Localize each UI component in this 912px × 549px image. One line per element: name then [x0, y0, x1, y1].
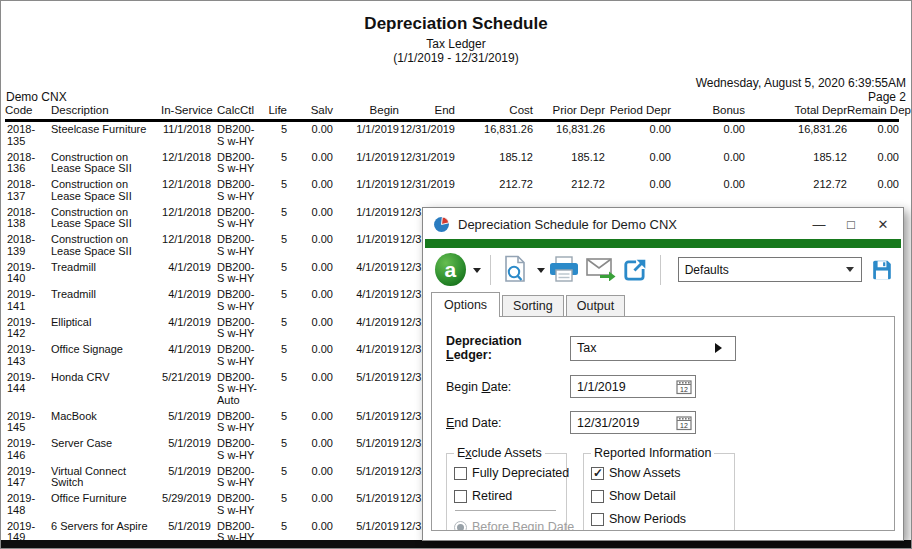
checkbox-icon[interactable] — [454, 467, 467, 480]
tab-sorting[interactable]: Sorting — [502, 295, 564, 317]
email-button[interactable] — [586, 258, 616, 281]
checkbox-show-assets[interactable]: Show Assets — [591, 466, 728, 480]
print-preview-button[interactable] — [503, 255, 527, 284]
cell-calcctl: DB200-S w-HY — [211, 260, 257, 288]
cell-total: 185.12 — [745, 150, 847, 178]
cell-inservice: 5/29/2019 — [161, 491, 211, 519]
ledger-select[interactable]: Tax — [570, 336, 736, 361]
cell-life: 5 — [257, 177, 287, 205]
option-label: Fully Depreciated — [472, 466, 569, 480]
cell-begin: 4/1/2019 — [333, 315, 399, 343]
checkbox-retired[interactable]: Retired — [454, 489, 560, 503]
checkbox-icon[interactable] — [591, 467, 604, 480]
logo-menu-caret-icon[interactable] — [473, 268, 481, 277]
dialog-toolbar: a — [425, 248, 901, 291]
cell-life: 5 — [257, 287, 287, 315]
cell-desc: Treadmill — [51, 287, 161, 315]
preview-menu-caret-icon[interactable] — [537, 268, 545, 277]
printer-icon — [548, 256, 580, 283]
report-title: Depreciation Schedule — [1, 14, 911, 34]
calendar-icon: 12 — [676, 379, 692, 395]
checkbox-icon[interactable] — [454, 490, 467, 503]
column-header-calcctl: CalcCtl — [211, 104, 257, 121]
checkbox-show-periods[interactable]: Show Periods — [591, 512, 728, 526]
dialog-tabstrip: OptionsSortingOutput — [425, 291, 901, 316]
dialog-titlebar[interactable]: Depreciation Schedule for Demo CNX — □ ✕ — [425, 210, 901, 239]
cell-life: 5 — [257, 121, 287, 150]
cell-remain: 0.00 — [847, 150, 899, 178]
report-options-dialog: Depreciation Schedule for Demo CNX — □ ✕… — [422, 207, 904, 541]
maximize-button[interactable]: □ — [835, 213, 867, 237]
app-logo-icon[interactable]: a — [435, 253, 466, 286]
cell-calcctl: DB200-S w-HY — [211, 232, 257, 260]
cell-life: 5 — [257, 150, 287, 178]
cell-code: 2019-143 — [5, 342, 51, 370]
cell-calcctl: DB200-S w-HY — [211, 315, 257, 343]
chevron-down-icon — [846, 267, 854, 276]
cell-calcctl: DB200-S w-HY — [211, 491, 257, 519]
tab-output[interactable]: Output — [566, 295, 626, 317]
ledger-label: Depreciation Ledger: — [446, 334, 570, 362]
option-label: Show Detail — [609, 489, 676, 503]
cell-begin: 4/1/2019 — [333, 287, 399, 315]
cell-salv: 0.00 — [287, 436, 333, 464]
begin-calendar-button[interactable]: 12 — [676, 379, 692, 395]
dialog-title: Depreciation Schedule for Demo CNX — [458, 217, 803, 232]
radio-before-begin-date: Before Begin Date — [454, 520, 560, 531]
cell-desc: Server Case — [51, 436, 161, 464]
cell-calcctl: DB200-S w-HY — [211, 342, 257, 370]
cell-begin: 5/1/2019 — [333, 464, 399, 492]
cell-desc: MacBook — [51, 409, 161, 437]
cell-desc: Construction on Lease Space SII — [51, 205, 161, 233]
checkbox-fully-depreciated[interactable]: Fully Depreciated — [454, 466, 560, 480]
export-button[interactable] — [622, 257, 648, 283]
cell-desc: Virtual Connect Switch — [51, 464, 161, 492]
close-button[interactable]: ✕ — [867, 213, 899, 237]
table-row: 2018-135Steelcase Furniture11/1/2018DB20… — [5, 121, 899, 150]
option-label: Retired — [472, 489, 512, 503]
column-header-begin: Begin — [333, 104, 399, 121]
cell-calcctl: DB200-S w-HY — [211, 150, 257, 178]
cell-begin: 5/1/2019 — [333, 409, 399, 437]
minimize-button[interactable]: — — [803, 213, 835, 237]
end-date-input[interactable]: 12/31/2019 12 — [570, 411, 696, 434]
cell-code: 2019-141 — [5, 287, 51, 315]
cell-salv: 0.00 — [287, 287, 333, 315]
option-label: Show Assets — [609, 466, 681, 480]
cell-salv: 0.00 — [287, 342, 333, 370]
column-header-total: Total Depr — [745, 104, 847, 121]
cell-end: 12/31/2019 — [399, 121, 455, 150]
profile-select[interactable]: Defaults — [678, 257, 862, 282]
cell-cost: 16,831.26 — [455, 121, 533, 150]
exclude-assets-legend: Exclude Assets — [454, 446, 545, 460]
profile-selected-value: Defaults — [685, 263, 729, 277]
cell-prior: 212.72 — [533, 177, 605, 205]
cell-total: 212.72 — [745, 177, 847, 205]
save-profile-button[interactable] — [871, 259, 893, 281]
checkbox-icon[interactable] — [591, 513, 604, 526]
cell-code: 2019-146 — [5, 436, 51, 464]
report-generated: Wednesday, August 5, 2020 6:39:55AM — [696, 76, 906, 90]
tab-options[interactable]: Options — [431, 292, 500, 317]
cell-cost: 185.12 — [455, 150, 533, 178]
cell-inservice: 5/21/2019 — [161, 370, 211, 409]
print-button[interactable] — [548, 256, 580, 283]
begin-date-input[interactable]: 1/1/2019 12 — [570, 375, 696, 398]
page-bottom-edge — [1, 540, 911, 548]
options-tab-panel: Depreciation Ledger: Tax Begin Date: 1/1… — [431, 316, 895, 531]
cell-cost: 212.72 — [455, 177, 533, 205]
checkbox-icon[interactable] — [591, 490, 604, 503]
cell-code: 2019-140 — [5, 260, 51, 288]
option-label: Show Periods — [609, 512, 686, 526]
table-header-row: CodeDescriptionIn-ServiceCalcCtlLifeSalv… — [5, 104, 899, 121]
cell-life: 5 — [257, 409, 287, 437]
cell-period: 0.00 — [605, 121, 671, 150]
end-calendar-button[interactable]: 12 — [676, 415, 692, 431]
checkbox-show-detail[interactable]: Show Detail — [591, 489, 728, 503]
report-company: Demo CNX — [6, 90, 67, 104]
cell-salv: 0.00 — [287, 491, 333, 519]
cell-life: 5 — [257, 205, 287, 233]
app-window: Depreciation Schedule Tax Ledger (1/1/20… — [0, 0, 912, 549]
cell-period: 0.00 — [605, 177, 671, 205]
ledger-value: Tax — [577, 341, 596, 355]
